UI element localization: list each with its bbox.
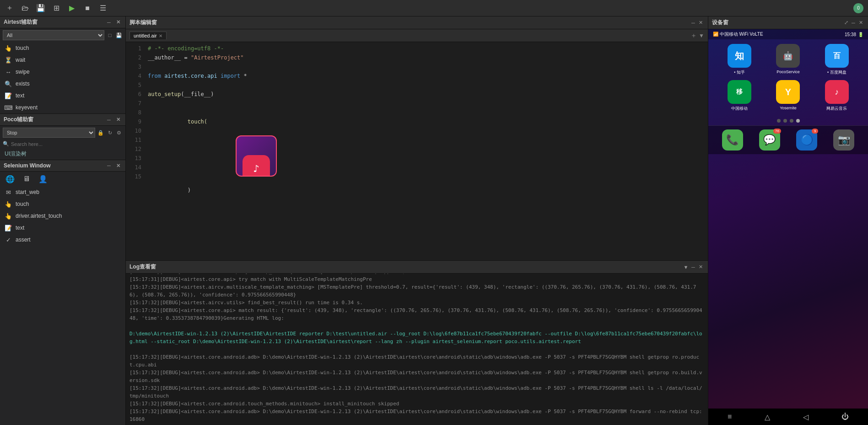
stop-icon[interactable]: ■ (82, 3, 92, 13)
run-icon[interactable]: ▶ (67, 3, 77, 13)
code-content[interactable]: # -*- encoding=utf8 -*- __author__ = "Ai… (144, 42, 708, 260)
airtest-close-btn[interactable]: ✕ (114, 19, 122, 26)
selenium-globe-icon[interactable]: 🌐 (5, 173, 16, 184)
selenium-window-icon[interactable]: 🖥 (21, 173, 32, 184)
log-content[interactable]: [15:17:31][DEBUG]<airtest.utils.nbsp> [m… (126, 274, 708, 425)
selenium-touch-icon: 👆 (5, 200, 12, 208)
app-item-china-mobile[interactable]: 移 中国移动 (717, 80, 761, 112)
selenium-section: Selenium Window ─ ✕ 🌐 🖥 👤 ✉ start_web 👆 (0, 160, 125, 425)
app-grid: 知 • 知乎 🤖 PocoService 百 • 百 (708, 39, 868, 116)
dock-browser[interactable]: 🔵 9 (796, 129, 817, 151)
assert-icon: ✓ (5, 236, 12, 243)
airtest-item-wait[interactable]: ⏳ wait (0, 54, 125, 66)
device-minimize-btn[interactable]: ─ (850, 19, 857, 27)
dock-phone[interactable]: 📞 (722, 129, 743, 151)
menu-icon[interactable]: ☰ (98, 3, 108, 13)
editor-minimize-btn[interactable]: ─ (690, 19, 697, 27)
save-icon[interactable]: 💾 (36, 3, 46, 13)
tab-add-btn[interactable]: ＋ (690, 32, 697, 40)
device-title: 设备窗 (712, 19, 842, 27)
new-file-icon[interactable]: ＋ (5, 3, 15, 13)
nav-back-btn[interactable]: ◁ (803, 413, 809, 421)
log-filter-btn[interactable]: ▼ (682, 264, 690, 271)
poco-refresh-icon[interactable]: ↻ (106, 129, 113, 136)
airtest-exists-label: exists (16, 81, 30, 87)
app-item-yosemite[interactable]: Y Yosemite (766, 80, 810, 112)
poco-close-btn[interactable]: ✕ (114, 116, 122, 124)
dot-3 (790, 119, 793, 123)
poco-search-input[interactable] (11, 141, 123, 147)
yosemite-label: Yosemite (780, 106, 797, 110)
selenium-start-web-label: start_web (16, 189, 39, 195)
dock-camera[interactable]: 📷 (833, 129, 854, 151)
selenium-text-label: text (16, 225, 24, 231)
code-line-13 (148, 241, 704, 250)
selenium-assert-label: assert (16, 237, 31, 243)
wait-icon: ⏳ (5, 56, 12, 64)
airtest-item-text[interactable]: 📝 text (0, 90, 125, 102)
tab-close-btn[interactable]: ✕ (159, 33, 162, 38)
airtest-item-touch[interactable]: 👆 touch (0, 42, 125, 54)
log-line: D:\demo\AirtestIDE-win-1.2.13 (2)\Airtes… (129, 330, 704, 345)
browser-badge: 9 (812, 129, 818, 134)
airtest-new-icon[interactable]: □ (106, 32, 113, 39)
log-line: [15:17:32][DEBUG]<airtest.core.api> matc… (129, 307, 704, 322)
nav-menu-btn[interactable]: ≡ (728, 413, 732, 421)
log-line: [15:17:32][DEBUG]<airtest.core.android.a… (129, 384, 704, 400)
poco-dropdown-row: Stop Android iOS Unity3D 🔒 ↻ ⚙ (0, 126, 125, 140)
code-line-5 (148, 81, 704, 90)
app-item-zhihu[interactable]: 知 • 知乎 (717, 44, 761, 75)
poco-app-label: PocoService (776, 70, 800, 74)
device-close-btn[interactable]: ✕ (857, 19, 864, 27)
tab-bar: untitled.air ✕ ＋ ▼ (126, 29, 708, 42)
selenium-header-icons: ─ ✕ (105, 162, 122, 169)
netease-icon: ♪ (825, 80, 849, 104)
log-minimize-btn[interactable]: ─ (690, 264, 697, 271)
script-editor: 脚本编辑窗 ─ ✕ untitled.air ✕ ＋ ▼ 12345 67891… (126, 16, 708, 260)
selenium-item-start-web[interactable]: ✉ start_web (0, 186, 125, 198)
selenium-item-text[interactable]: 📝 text (0, 222, 125, 234)
airtest-minimize-btn[interactable]: ─ (105, 19, 113, 26)
selenium-user-icon[interactable]: 👤 (38, 173, 49, 184)
app-item-poco[interactable]: 🤖 PocoService (766, 44, 810, 75)
tab-untitled[interactable]: untitled.air ✕ (129, 32, 167, 39)
airtest-save-icon[interactable]: 💾 (115, 32, 123, 39)
dot-4 (796, 119, 800, 123)
airtest-item-keyevent[interactable]: ⌨ keyevent (0, 102, 125, 113)
nav-power-btn[interactable]: ⏻ (841, 413, 849, 421)
device-detach-btn[interactable]: ⤢ (842, 19, 850, 27)
selenium-touch-label: touch (16, 201, 29, 207)
phone-status-bar: 📶 中国移动 WiFi VoLTE 15:38 🔋 (708, 29, 868, 39)
open-folder-icon[interactable]: 🗁 (20, 3, 30, 13)
editor-close-btn[interactable]: ✕ (697, 19, 704, 27)
code-line-9 (148, 204, 704, 213)
code-line-4: from airtest.core.api import * (148, 71, 704, 81)
tab-scroll-arrow[interactable]: ▼ (699, 32, 704, 39)
airtest-swipe-label: swipe (16, 69, 30, 75)
app-item-baidu[interactable]: 百 • 百度网盘 (815, 44, 859, 75)
poco-device-dropdown[interactable]: Stop Android iOS Unity3D (3, 128, 95, 138)
airtest-filter-dropdown[interactable]: All Android iOS (3, 30, 104, 40)
baidu-icon: 百 (825, 44, 849, 68)
log-close-btn[interactable]: ✕ (697, 264, 704, 271)
poco-header-icons: ─ ✕ (105, 116, 122, 124)
text-icon: 📝 (5, 92, 12, 99)
save-all-icon[interactable]: ⊞ (51, 3, 61, 13)
selenium-minimize-btn[interactable]: ─ (105, 162, 113, 169)
zhihu-label: • 知乎 (734, 70, 745, 75)
poco-lock-icon[interactable]: 🔒 (97, 129, 104, 136)
poco-tree-item[interactable]: UI渲染树 (0, 148, 125, 160)
selenium-item-assert[interactable]: ✓ assert (0, 234, 125, 246)
selenium-close-btn[interactable]: ✕ (114, 162, 122, 169)
poco-minimize-btn[interactable]: ─ (105, 116, 113, 124)
app-item-netease[interactable]: ♪ 网易云音乐 (815, 80, 859, 112)
selenium-item-touch[interactable]: 👆 touch (0, 198, 125, 210)
airtest-title: Airtest辅助窗 (4, 18, 105, 26)
dock-messages[interactable]: 💬 76 (759, 129, 780, 151)
selenium-item-driver-touch[interactable]: 👆 driver.airtest_touch (0, 210, 125, 222)
airtest-item-swipe[interactable]: ↔ swipe (0, 66, 125, 78)
dot-2 (783, 119, 787, 123)
nav-home-btn[interactable]: △ (765, 413, 770, 421)
airtest-item-exists[interactable]: 🔍 exists (0, 78, 125, 90)
poco-settings-icon[interactable]: ⚙ (115, 129, 123, 136)
